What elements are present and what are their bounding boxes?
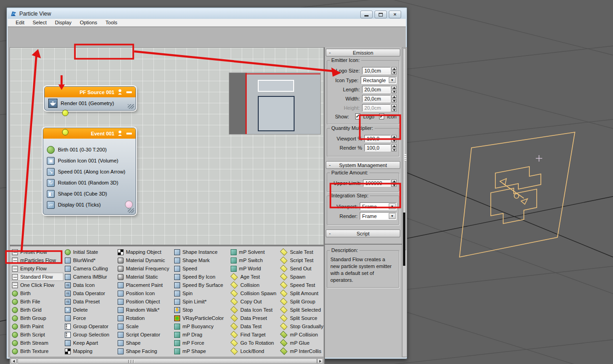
depot-item[interactable]: mP Switch: [230, 256, 279, 264]
node-resize-grip[interactable]: [128, 104, 134, 109]
depot-item[interactable]: mP Glue: [279, 339, 324, 347]
depot-item[interactable]: Empty Flow: [11, 264, 63, 273]
depot-item[interactable]: mP World: [230, 264, 279, 273]
scroll-left-button[interactable]: [11, 358, 17, 364]
event-input-connector[interactable]: [62, 129, 68, 135]
close-button[interactable]: ×: [389, 11, 401, 18]
depot-item[interactable]: Scale: [117, 322, 173, 330]
icon-type-dropdown[interactable]: Rectangle ▼: [361, 76, 397, 84]
render-pct-spinner[interactable]: [392, 144, 397, 151]
depot-item[interactable]: Birth Grid: [11, 306, 63, 314]
depot-hscrollbar[interactable]: [10, 358, 324, 364]
rollout-script[interactable]: - Script: [326, 230, 400, 237]
menu-item[interactable]: Options: [76, 19, 102, 26]
depot-item[interactable]: mP Shape: [173, 347, 229, 355]
depot-item[interactable]: Shape Facing: [117, 347, 173, 355]
depot-item[interactable]: Copy Out: [230, 297, 279, 306]
depot-item[interactable]: Collision Spawn: [230, 289, 279, 297]
depot-item[interactable]: Preset Flow: [11, 248, 63, 256]
logo-size-spinner[interactable]: [392, 67, 397, 74]
node-resize-grip[interactable]: [128, 208, 134, 213]
source-output-connector[interactable]: [62, 110, 68, 116]
depot-item[interactable]: Data Icon: [64, 281, 116, 289]
depot-item[interactable]: Shape Instance: [173, 248, 229, 256]
upper-limit-spinner[interactable]: [392, 179, 397, 187]
icon-checkbox[interactable]: [379, 113, 385, 119]
viewport-pct-spinner[interactable]: [392, 135, 397, 142]
depot-item[interactable]: Birth: [11, 289, 63, 297]
depot-item[interactable]: mP Solvent: [230, 248, 279, 256]
depot-item[interactable]: Scale Test: [279, 248, 324, 256]
menu-item[interactable]: Edit: [11, 19, 28, 26]
event-operator-row[interactable]: Birth 001 (0-30 T:200): [43, 144, 136, 155]
rollout-system-management[interactable]: - System Management: [326, 161, 400, 169]
depot-item[interactable]: Data Preset: [230, 314, 279, 322]
depot-item[interactable]: Placement Paint: [117, 281, 173, 289]
depot-item[interactable]: Birth Group: [11, 314, 63, 322]
depot-item[interactable]: Delete: [64, 306, 116, 314]
logo-checkbox[interactable]: [355, 113, 361, 119]
logo-size-field[interactable]: 10,0cm: [362, 67, 391, 74]
depot-item[interactable]: Birth Script: [11, 330, 63, 339]
depot-item[interactable]: Split Source: [279, 314, 324, 322]
depot-item[interactable]: Birth Texture: [11, 347, 63, 355]
depot-item[interactable]: Split Group: [279, 297, 324, 306]
width-field[interactable]: 20,0cm: [362, 95, 391, 102]
depot-item[interactable]: Script Operator: [117, 330, 173, 339]
depot-item[interactable]: Shape: [117, 339, 173, 347]
upper-limit-field[interactable]: 100000: [363, 179, 391, 187]
render-operator-row[interactable]: Render 001 (Geometry): [45, 97, 136, 109]
depot-item[interactable]: Go To Rotation: [230, 339, 279, 347]
depot-item[interactable]: Age Test: [230, 273, 279, 281]
depot-item[interactable]: Spin: [173, 289, 229, 297]
depot-item[interactable]: Data Test: [230, 322, 279, 330]
depot-item[interactable]: Standard Flow: [11, 273, 63, 281]
depot-item[interactable]: Group Operator: [64, 322, 116, 330]
width-spinner[interactable]: [392, 95, 397, 102]
maximize-button[interactable]: [375, 11, 387, 18]
depot-item[interactable]: Material Static: [117, 273, 173, 281]
depot-item[interactable]: Group Selection: [64, 330, 116, 339]
collapse-node-icon[interactable]: [126, 133, 132, 134]
depot-item[interactable]: VRayParticleColor: [173, 314, 229, 322]
depot-item[interactable]: Birth Paint: [11, 322, 63, 330]
depot-item[interactable]: Rotation: [117, 314, 173, 322]
depot-item[interactable]: Stop: [173, 306, 229, 314]
event-operator-row[interactable]: Position Icon 001 (Volume): [43, 155, 136, 166]
titlebar[interactable]: Particle View ×: [8, 9, 406, 19]
depot-item[interactable]: mParticles Flow: [11, 256, 63, 264]
depot-item[interactable]: mP InterCollis: [279, 347, 324, 355]
hscrollbar-thumb[interactable]: [17, 358, 317, 364]
depot-item[interactable]: Shape Mark: [173, 256, 229, 264]
depot-item[interactable]: Birth Stream: [11, 339, 63, 347]
pf-source-node[interactable]: PF Source 001 Render 001 (Geometry): [44, 86, 136, 111]
depot-item[interactable]: One Click Flow: [11, 281, 63, 289]
depot-item[interactable]: Mapping Object: [117, 248, 173, 256]
depot-item[interactable]: Speed: [173, 264, 229, 273]
display-color-swatch[interactable]: [125, 201, 133, 208]
params-scrollbar[interactable]: [402, 47, 407, 357]
depot-item[interactable]: Initial State: [64, 248, 116, 256]
depot-item[interactable]: mP Force: [173, 339, 229, 347]
depot-item[interactable]: Split Selected: [279, 306, 324, 314]
depot-item[interactable]: Data Operator: [64, 289, 116, 297]
integration-render-dropdown[interactable]: Frame ▼: [360, 212, 397, 220]
depot-item[interactable]: Split Amount: [279, 289, 324, 297]
depot-item[interactable]: Camera IMBlur: [64, 273, 116, 281]
depot-item[interactable]: Stop Gradually: [279, 322, 324, 330]
integration-viewport-dropdown[interactable]: Frame ▼: [360, 202, 397, 210]
length-spinner[interactable]: [392, 86, 397, 93]
depot-item[interactable]: Data Preset: [64, 297, 116, 306]
event-display-canvas[interactable]: PF Source 001 Render 001 (Geometry): [10, 47, 324, 245]
render-pct-field[interactable]: 100,0: [364, 144, 391, 151]
scroll-right-button[interactable]: [317, 358, 323, 364]
depot-item[interactable]: Keep Apart: [64, 339, 116, 347]
depot-item[interactable]: Find Target: [230, 330, 279, 339]
depot-item[interactable]: Collision: [230, 281, 279, 289]
depot-item[interactable]: Mapping: [64, 347, 116, 355]
depot-item[interactable]: Random Walk*: [117, 306, 173, 314]
depot-item[interactable]: Data Icon Test: [230, 306, 279, 314]
rollout-emission[interactable]: - Emission: [326, 49, 400, 56]
depot-item[interactable]: Birth File: [11, 297, 63, 306]
event-header[interactable]: Event 001: [43, 128, 136, 139]
